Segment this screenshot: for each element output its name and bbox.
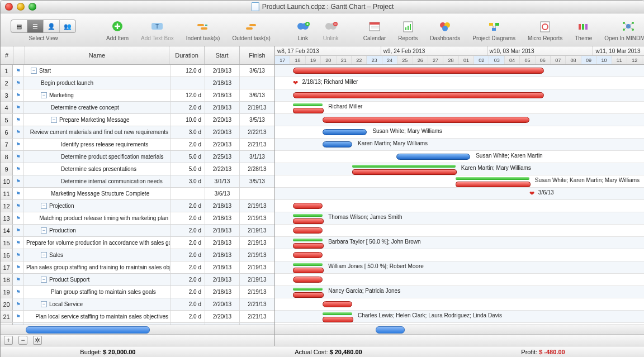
task-bar[interactable]	[323, 317, 353, 322]
duration-cell[interactable]: 2.0 d	[171, 237, 205, 249]
duration-cell[interactable]: 2.0 d	[171, 139, 205, 150]
day-header[interactable]: 24	[382, 56, 397, 64]
task-name-cell[interactable]: −Prepare Marketing Message	[24, 114, 171, 126]
task-bar[interactable]	[396, 154, 470, 160]
day-header[interactable]: 20	[321, 56, 336, 64]
summary-bar[interactable]	[323, 117, 529, 123]
expand-toggle-icon[interactable]: −	[51, 117, 57, 123]
finish-cell[interactable]: 2/22/13	[240, 126, 274, 138]
duration-cell[interactable]: 2.0 d	[171, 298, 205, 310]
task-name-cell[interactable]: Plan local service staffing to maintain …	[24, 311, 171, 322]
finish-cell[interactable]: 2/19/13	[240, 200, 274, 212]
task-name-cell[interactable]: Matching product release timing with mar…	[24, 212, 171, 224]
view-segmented-control[interactable]: ▤ ☰ 👤 👥	[11, 20, 76, 33]
table-row[interactable]: 10⚑Determine internal communication need…	[1, 175, 274, 188]
start-cell[interactable]: 2/18/13	[205, 237, 240, 249]
col-flag[interactable]	[13, 46, 25, 64]
summary-bar[interactable]	[293, 203, 323, 209]
open-mindmap-button[interactable]: Open In MINDMAP	[599, 18, 644, 41]
task-bar[interactable]	[293, 292, 324, 298]
finish-cell[interactable]: 2/19/13	[240, 286, 274, 298]
finish-cell[interactable]: 2/19/13	[240, 212, 274, 224]
task-bar[interactable]	[293, 108, 324, 113]
duration-cell[interactable]: 3.0 d	[171, 126, 205, 138]
task-name-cell[interactable]: Determine product specification material…	[24, 151, 171, 163]
task-bar[interactable]	[456, 182, 531, 187]
add-row-button[interactable]: +	[4, 336, 13, 345]
table-row[interactable]: 8⚑Determine product specification materi…	[1, 151, 274, 163]
start-cell[interactable]: 2/18/13	[205, 200, 240, 212]
settings-gear-icon[interactable]: ✲	[33, 336, 42, 345]
finish-cell[interactable]: 2/19/13	[240, 249, 274, 261]
task-bar[interactable]	[323, 141, 352, 147]
start-cell[interactable]: 2/18/13	[205, 225, 240, 236]
start-cell[interactable]: 2/18/13	[205, 261, 240, 273]
start-cell[interactable]: 2/20/13	[205, 126, 240, 138]
day-header[interactable]: 02	[474, 56, 489, 64]
start-cell[interactable]: 3/6/13	[205, 188, 240, 199]
task-name-cell[interactable]: −Start	[24, 65, 171, 77]
duration-cell[interactable]: 2.0 d	[171, 274, 205, 285]
table-row[interactable]: 5⚑−Prepare Marketing Message10.0 d2/20/1…	[1, 114, 274, 126]
table-row[interactable]: 6⚑Review current materials and find out …	[1, 126, 274, 139]
day-header[interactable]: 11	[612, 56, 627, 64]
finish-cell[interactable]: 2/21/13	[240, 139, 274, 150]
start-cell[interactable]: 2/18/13	[205, 77, 240, 89]
expand-toggle-icon[interactable]: −	[41, 227, 47, 234]
table-row[interactable]: 9⚑Determine sales presentations5.0 d2/22…	[1, 163, 274, 175]
remove-row-button[interactable]: −	[18, 336, 27, 345]
day-header[interactable]: 25	[397, 56, 413, 64]
day-header[interactable]: 05	[520, 56, 535, 64]
duration-cell[interactable]: 12.0 d	[171, 65, 205, 77]
finish-cell[interactable]: 2/21/13	[240, 311, 274, 322]
project-diagrams-button[interactable]: Project Diagrams	[467, 18, 521, 41]
calendar-button[interactable]: Calendar	[358, 18, 392, 41]
expand-toggle-icon[interactable]: −	[41, 252, 47, 258]
table-row[interactable]: 13⚑Matching product release timing with …	[1, 212, 274, 225]
start-cell[interactable]: 2/20/13	[205, 311, 240, 322]
reports-button[interactable]: Reports	[392, 18, 423, 41]
duration-cell[interactable]	[171, 77, 205, 89]
col-finish[interactable]: Finish	[240, 46, 274, 64]
duration-cell[interactable]: 10.0 d	[171, 114, 205, 126]
task-bar[interactable]	[293, 243, 324, 249]
task-name-cell[interactable]: Marketing Message Structure Complete	[24, 188, 171, 199]
task-name-cell[interactable]: Prepare for volume production in accorda…	[24, 237, 171, 249]
minimize-icon[interactable]	[17, 3, 25, 11]
outdent-button[interactable]: Outdent task(s)	[226, 18, 276, 41]
team-view-icon[interactable]: 👥	[59, 20, 75, 32]
duration-cell[interactable]: 2.0 d	[171, 200, 205, 212]
expand-toggle-icon[interactable]: −	[41, 203, 47, 209]
link-button[interactable]: Link	[290, 18, 316, 41]
finish-cell[interactable]: 3/5/13	[240, 175, 274, 187]
finish-cell[interactable]: 2/21/13	[240, 298, 274, 310]
day-header[interactable]: 22	[352, 56, 367, 64]
duration-cell[interactable]: 5.0 d	[171, 151, 205, 163]
task-name-cell[interactable]: −Projection	[24, 200, 171, 212]
summary-bar[interactable]	[293, 252, 323, 258]
add-item-button[interactable]: Add Item	[101, 18, 134, 41]
summary-bar[interactable]	[293, 277, 323, 283]
week-header[interactable]: w9, 24 Feb 2013	[381, 46, 487, 55]
col-duration[interactable]: Duration	[169, 46, 205, 64]
table-row[interactable]: 14⚑−Production2.0 d2/18/132/19/13	[1, 225, 274, 237]
table-row[interactable]: 12⚑−Projection2.0 d2/18/132/19/13	[1, 200, 274, 212]
duration-cell[interactable]: 2.0 d	[171, 311, 205, 322]
start-cell[interactable]: 2/18/13	[205, 89, 240, 101]
summary-bar[interactable]	[293, 68, 544, 74]
expand-toggle-icon[interactable]: −	[31, 68, 37, 74]
day-header[interactable]: 08	[566, 56, 581, 64]
table-row[interactable]: 16⚑−Sales2.0 d2/18/132/19/13	[1, 249, 274, 261]
table-row[interactable]: 18⚑−Product Support2.0 d2/18/132/19/13	[1, 274, 274, 286]
day-header[interactable]: 26	[413, 56, 428, 64]
task-name-cell[interactable]: −Sales	[24, 249, 171, 261]
finish-cell[interactable]: 2/19/13	[240, 102, 274, 113]
task-bar[interactable]	[293, 268, 324, 273]
add-textbox-button[interactable]: TAdd Text Box	[135, 18, 179, 41]
start-cell[interactable]: 2/18/13	[205, 212, 240, 224]
gantt-view-icon[interactable]: ☰	[27, 20, 43, 32]
day-header[interactable]: 17	[275, 56, 290, 64]
close-icon[interactable]	[5, 3, 13, 11]
table-row[interactable]: 20⚑−Local Service2.0 d2/20/132/21/13	[1, 298, 274, 311]
day-header[interactable]: 03	[489, 56, 504, 64]
